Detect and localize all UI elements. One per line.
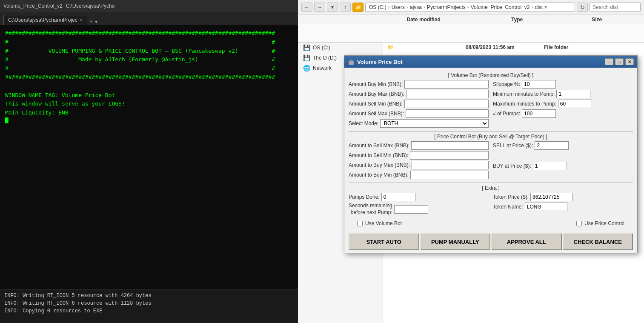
form-row-pc-buy-min: Amount to Buy Min (BNB): (349, 171, 489, 179)
start-auto-button[interactable]: START AUTO (349, 233, 419, 250)
num-pumps-input[interactable]: 100 (522, 109, 556, 118)
ide-tab-add-btn[interactable]: + (89, 18, 93, 25)
seconds-input[interactable] (394, 205, 428, 214)
terminal-output: ########################################… (0, 25, 298, 289)
form-row-max-minutes: Maximum minutes to Pump: 60 (493, 100, 633, 108)
action-buttons-row: START AUTO PUMP MANUALLY APPROVE ALL CHE… (349, 233, 633, 250)
pc-sell-min-input[interactable] (410, 151, 489, 160)
buy-at-price-input[interactable]: 1 (533, 162, 567, 170)
buy-min-input[interactable] (404, 80, 489, 89)
max-minutes-input[interactable]: 60 (558, 100, 592, 108)
select-mode-label: Select Mode: (349, 120, 378, 126)
extra-left-col: Pumps Done: 0 Seconds remaining before n… (349, 193, 489, 217)
file-explorer-header: ← → ▾ ↑ 📁 OS (C:) › Users › ajvsa › Pych… (298, 0, 644, 43)
fe-left-label-network: Network (313, 65, 332, 71)
buy-max-input[interactable] (406, 90, 489, 98)
price-control-form: Amount to Sell Max (BNB): Amount to Sell… (349, 141, 633, 180)
sell-min-input[interactable] (404, 100, 489, 108)
log-line-2: INFO: Writing RT_ICON 6 resource with 11… (4, 300, 294, 307)
form-row-token-name: Token Name: LONG (493, 203, 633, 211)
section-price-control-label: [ Price Control Bot (Buy and Sell @ Targ… (349, 134, 633, 140)
max-minutes-label: Maximum minutes to Pump: (493, 101, 556, 107)
sell-max-input[interactable] (406, 109, 489, 118)
check-balance-button[interactable]: CHECK BALANCE (563, 233, 633, 250)
dialog-close-btn[interactable]: ✕ (625, 58, 634, 65)
fe-search-input[interactable] (590, 3, 641, 12)
pumps-done-input[interactable]: 0 (381, 193, 415, 201)
form-row-token-price: Token Price ($): 862.107725 (493, 193, 633, 201)
fe-up-btn[interactable]: ↑ (340, 3, 351, 12)
volume-bot-form: Amount Buy Min (BNB): Amount Buy Max (BN… (349, 80, 633, 129)
token-price-input[interactable]: 862.107725 (530, 193, 573, 201)
form-row-sell-at-price: SELL at Price ($): 2 (493, 141, 633, 150)
form-row-seconds: Seconds remaining before next Pump: (349, 203, 489, 216)
use-price-control-checkbox[interactable] (576, 221, 582, 226)
fe-network-icon: 🌐 (303, 65, 310, 71)
fe-col-size-header[interactable]: Size (592, 17, 640, 23)
divider-1 (349, 131, 633, 131)
fe-row-type: File folder (544, 44, 596, 50)
num-pumps-label: # of Pumps: (493, 111, 520, 117)
log-line-1: INFO: Writing RT_ICON 5 resource with 42… (4, 292, 294, 300)
ide-tab-label: C:\Users\ajvsa\PycharmProjec (8, 17, 77, 23)
fe-addr-part-1: Users (392, 4, 405, 10)
buy-at-price-label: BUY at Price ($): (493, 163, 531, 169)
sell-at-price-label: SELL at Price ($): (493, 143, 533, 149)
pump-manually-button[interactable]: PUMP MANUALLY (420, 233, 491, 250)
form-row-pc-buy-max: Amount to Buy Max (BNB): (349, 161, 489, 169)
sell-at-price-input[interactable]: 2 (535, 141, 569, 150)
token-name-input[interactable]: LONG (525, 203, 567, 211)
form-row-min-minutes: Minimum minutes to Pump: 1 (493, 90, 633, 98)
fe-column-headers: Date modified Type Size (298, 15, 644, 24)
form-row-num-pumps: # of Pumps: 100 (493, 109, 633, 118)
use-volume-bot-label: Use Volume Bot (365, 220, 402, 226)
sell-min-label: Amount Sell Min (BNB): (349, 101, 403, 107)
ide-tab-close-btn[interactable]: × (80, 17, 83, 23)
ide-tab-chevron-btn[interactable]: ▾ (95, 19, 97, 25)
fe-back-btn[interactable]: ← (301, 3, 312, 12)
pc-sell-max-label: Amount to Sell Max (BNB): (349, 143, 409, 149)
fe-left-item-c[interactable]: 💾 OS (C:) (298, 43, 383, 53)
fe-addr-part-0: OS (C:) (369, 4, 386, 10)
fe-folder-icon-btn: 📁 (352, 3, 364, 12)
form-row-sell-min: Amount Sell Min (BNB): (349, 100, 489, 108)
fe-folder-icon-row: 📁 (387, 44, 394, 50)
fe-refresh-btn[interactable]: ↻ (577, 3, 588, 12)
price-control-left-col: Amount to Sell Max (BNB): Amount to Sell… (349, 141, 489, 180)
min-minutes-input[interactable]: 1 (556, 90, 590, 98)
fe-col-date-header[interactable]: Date modified (407, 17, 503, 23)
slippage-input[interactable]: 10 (522, 80, 556, 89)
fe-address-bar[interactable]: OS (C:) › Users › ajvsa › PycharmProject… (365, 3, 575, 12)
pc-sell-max-input[interactable] (411, 141, 489, 150)
fe-dropdown-btn[interactable]: ▾ (327, 3, 338, 12)
dialog-title-bar: 🤖 Volume Price Bot – □ ✕ (344, 56, 637, 68)
fe-forward-btn[interactable]: → (314, 3, 325, 12)
select-mode-dropdown[interactable]: BOTH BUY SELL (380, 119, 489, 128)
section-volume-bot-label: [ Volume Bot (Randomized Buy/Sell) ] (349, 72, 633, 78)
pumps-done-label: Pumps Done: (349, 194, 380, 200)
fe-drive-icon-d: 💾 (303, 54, 310, 61)
form-row-slippage: Slippage %: 10 (493, 80, 633, 89)
seconds-label: Seconds remaining before next Pump: (349, 203, 392, 216)
dialog-minimize-btn[interactable]: – (605, 58, 613, 65)
fe-drive-icon-c: 💾 (303, 44, 310, 51)
approve-all-button[interactable]: APPROVE ALL (491, 233, 562, 250)
use-volume-bot-checkbox[interactable] (357, 221, 363, 226)
dialog-maximize-btn[interactable]: □ (615, 58, 624, 65)
fe-left-label-d: The D (D:) (313, 55, 337, 61)
terminal-log-area: INFO: Writing RT_ICON 5 resource with 42… (0, 289, 298, 323)
terminal-content: ########################################… (5, 29, 293, 117)
pc-buy-max-input[interactable] (412, 161, 489, 169)
pc-buy-min-input[interactable] (410, 171, 489, 179)
dialog-title-controls: – □ ✕ (605, 58, 634, 65)
fe-toolbar: ← → ▾ ↑ 📁 OS (C:) › Users › ajvsa › Pych… (298, 0, 644, 15)
checkbox-price-control-row: Use Price Control (576, 220, 624, 226)
fe-addr-part-3: PycharmProjects (427, 4, 466, 10)
ide-tab[interactable]: C:\Users\ajvsa\PycharmProjec × (3, 15, 87, 25)
buy-max-label: Amount Buy Max (BNB): (349, 91, 404, 97)
dialog-volume-bot: 🤖 Volume Price Bot – □ ✕ [ Volume Bot (R… (344, 55, 638, 253)
ide-title-text: Volume_Price_Control_v2 (3, 3, 63, 9)
log-line-3: INFO: Copying 0 resources to EXE (4, 307, 294, 315)
min-minutes-label: Minimum minutes to Pump: (493, 91, 555, 97)
fe-col-type-header[interactable]: Type (511, 17, 583, 23)
